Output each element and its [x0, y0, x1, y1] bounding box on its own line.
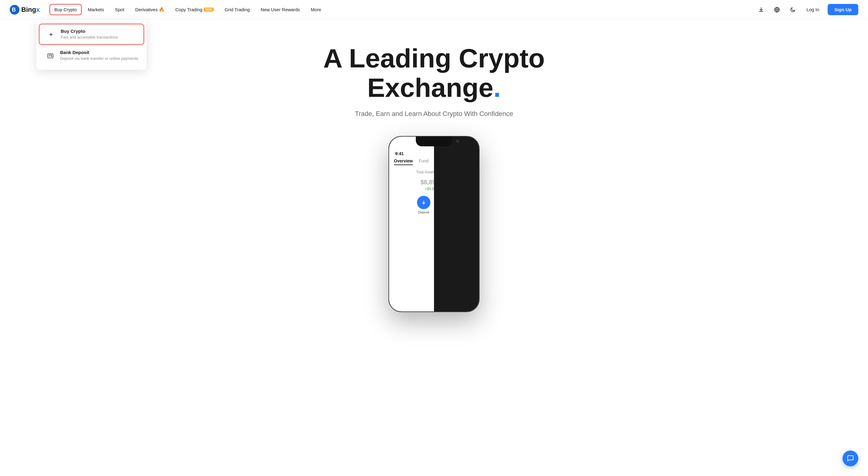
nav-label-derivatives: Derivatives	[135, 7, 158, 12]
nav-item-derivatives[interactable]: Derivatives 🔥	[130, 4, 169, 16]
new-badge: NEW	[204, 8, 214, 11]
svg-text:B: B	[12, 7, 16, 13]
nav-label-spot: Spot	[115, 7, 124, 12]
nav-label-more: More	[311, 7, 321, 12]
dropdown-title-buy-crypto: Buy Crypto	[61, 29, 118, 34]
hero-subtitle: Trade, Earn and Learn About Crypto With …	[355, 110, 513, 118]
login-button[interactable]: Log In	[803, 5, 823, 14]
nav-label-buy-crypto: Buy Crypto	[54, 7, 77, 12]
phone-screen: 9:41 ▐▌ wifi ▮ Overview Fund Total Asset…	[389, 137, 479, 311]
plus-icon: +	[45, 29, 57, 40]
phone-tab-overview[interactable]: Overview	[394, 158, 413, 165]
phone-deposit-button[interactable]: Deposit	[417, 196, 430, 214]
phone-notch	[416, 137, 452, 146]
dropdown-item-text-buy-crypto: Buy Crypto Fast and accessible transacti…	[61, 29, 118, 40]
download-icon	[758, 7, 764, 13]
deposit-arrow-icon	[421, 200, 426, 205]
svg-rect-3	[48, 54, 53, 58]
chat-icon	[847, 455, 854, 462]
nav-label-grid-trading: Grid Trading	[225, 7, 250, 12]
globe-icon	[774, 7, 780, 13]
navbar: B Bingx Buy Crypto Markets Spot Derivati…	[0, 0, 868, 20]
phone-screen-dark-half	[434, 137, 479, 311]
nav-item-new-user-rewards[interactable]: New User Rewards	[256, 4, 305, 15]
dropdown-title-bank-deposit: Bank Deposit	[60, 50, 138, 55]
moon-icon	[790, 7, 796, 13]
logo[interactable]: B Bingx	[10, 5, 40, 14]
logo-text-x: x	[36, 6, 40, 14]
signup-button[interactable]: Sign Up	[828, 4, 858, 15]
nav-item-copy-trading[interactable]: Copy Trading NEW	[170, 4, 219, 15]
download-button[interactable]	[756, 4, 767, 15]
nav-items: Buy Crypto Markets Spot Derivatives 🔥 Co…	[50, 4, 755, 16]
phone-deposit-label: Deposit	[418, 210, 429, 214]
nav-item-spot[interactable]: Spot	[110, 4, 129, 15]
phone-device: 9:41 ▐▌ wifi ▮ Overview Fund Total Asset…	[389, 136, 479, 312]
nav-item-grid-trading[interactable]: Grid Trading	[220, 4, 255, 15]
phone-time: 9:41	[395, 151, 404, 156]
language-button[interactable]	[772, 4, 782, 15]
bank-deposit-icon	[45, 50, 56, 61]
hero-title-line1: A Leading Crypto	[323, 43, 545, 73]
dropdown-item-text-bank-deposit: Bank Deposit Deposit via bank transfer o…	[60, 50, 138, 61]
logo-text-bing: Bing	[21, 6, 36, 14]
buy-crypto-dropdown: + Buy Crypto Fast and accessible transac…	[36, 20, 147, 70]
theme-toggle-button[interactable]	[787, 4, 798, 15]
nav-item-more[interactable]: More	[306, 4, 326, 15]
nav-label-new-user-rewards: New User Rewards	[261, 7, 300, 12]
deposit-circle	[417, 196, 430, 209]
dropdown-item-bank-deposit[interactable]: Bank Deposit Deposit via bank transfer o…	[39, 46, 144, 66]
hero-title-line2: Exchange	[367, 72, 494, 102]
phone-tab-fund[interactable]: Fund	[419, 158, 429, 165]
nav-item-buy-crypto[interactable]: Buy Crypto	[50, 4, 82, 15]
nav-item-markets[interactable]: Markets	[83, 4, 108, 15]
logo-icon: B	[10, 5, 20, 14]
fire-icon: 🔥	[159, 7, 164, 12]
nav-label-markets: Markets	[88, 7, 104, 12]
dropdown-subtitle-buy-crypto: Fast and accessible transactions	[61, 35, 118, 40]
hero-dot: .	[494, 72, 501, 102]
phone-mockup-container: 9:41 ▐▌ wifi ▮ Overview Fund Total Asset…	[389, 136, 479, 312]
hero-title: A Leading Crypto Exchange.	[323, 44, 545, 102]
nav-right: Log In Sign Up	[756, 4, 858, 15]
dropdown-subtitle-bank-deposit: Deposit via bank transfer or online paym…	[60, 56, 138, 61]
chat-support-button[interactable]	[842, 450, 858, 466]
nav-label-copy-trading: Copy Trading	[176, 7, 203, 12]
dropdown-item-buy-crypto[interactable]: + Buy Crypto Fast and accessible transac…	[39, 24, 144, 45]
phone-camera	[456, 140, 459, 143]
